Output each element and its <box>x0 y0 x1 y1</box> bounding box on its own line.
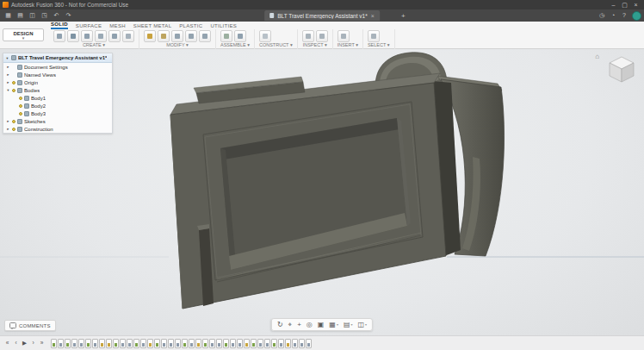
visibility-bulb-icon[interactable] <box>19 112 22 116</box>
visibility-bulb-icon[interactable] <box>12 120 15 123</box>
comments-button[interactable]: COMMENTS <box>4 320 56 331</box>
save-icon[interactable]: ◫ <box>27 10 38 21</box>
ribbon-tab-sheet-metal[interactable]: SHEET METAL <box>133 23 171 29</box>
construction-plane-icon[interactable] <box>259 30 271 42</box>
measure-icon[interactable] <box>302 30 314 42</box>
viewports-icon[interactable]: ◫▾ <box>358 322 368 328</box>
sweep-icon[interactable] <box>95 30 107 42</box>
hole-icon[interactable] <box>122 30 134 42</box>
browser-item-origin[interactable]: ▸Origin <box>3 78 112 86</box>
timeline-feature-extrude[interactable] <box>120 339 126 348</box>
maximize-button[interactable]: ▢ <box>619 0 630 9</box>
timeline-feature-sketch[interactable] <box>271 339 277 348</box>
timeline-feature-extrude[interactable] <box>140 339 146 348</box>
joint-icon[interactable] <box>234 30 246 42</box>
document-tab[interactable]: BLT Travel Emergency Assistant v1* × <box>264 10 380 21</box>
browser-item-sketches[interactable]: ▸Sketches <box>3 117 112 125</box>
timeline-feature-fillet[interactable] <box>99 339 105 348</box>
close-button[interactable]: × <box>630 0 641 9</box>
job-status-icon[interactable]: ◷ <box>598 12 606 19</box>
timeline-play-button[interactable]: ▶ <box>21 340 28 347</box>
select-icon[interactable] <box>368 30 380 42</box>
timeline-feature-extrude[interactable] <box>127 339 133 348</box>
shell-icon[interactable] <box>171 30 183 42</box>
timeline-feature-extrude[interactable] <box>175 339 181 348</box>
press-pull-icon[interactable] <box>144 30 156 42</box>
timeline-go-to-end-button[interactable]: » <box>38 340 46 347</box>
tab-close-icon[interactable]: × <box>371 13 375 19</box>
timeline-feature-fillet[interactable] <box>195 339 201 348</box>
new-solid-icon[interactable] <box>53 30 65 42</box>
timeline-step-forward-button[interactable]: › <box>29 340 37 347</box>
visibility-bulb-icon[interactable] <box>12 81 15 84</box>
timeline-feature-extrude[interactable] <box>299 339 305 348</box>
timeline-feature-extrude[interactable] <box>209 339 215 348</box>
timeline-feature-extrude[interactable] <box>161 339 167 348</box>
timeline-feature-extrude[interactable] <box>189 339 195 348</box>
timeline-feature-sketch[interactable] <box>202 339 208 348</box>
timeline-go-to-start-button[interactable]: « <box>3 340 11 347</box>
view-cube[interactable] <box>603 52 641 86</box>
timeline-feature-extrude[interactable] <box>306 339 312 348</box>
expand-arrow-icon[interactable]: ▾ <box>6 88 10 92</box>
timeline-feature-sketch[interactable] <box>113 339 119 348</box>
grid-and-snaps-icon[interactable]: ▤▾ <box>344 322 353 328</box>
browser-item-construction[interactable]: ▸Construction <box>3 125 112 133</box>
timeline-feature-sketch[interactable] <box>154 339 160 348</box>
timeline-feature-extrude[interactable] <box>237 339 243 348</box>
expand-arrow-icon[interactable]: ▾ <box>5 56 9 60</box>
orbit-icon[interactable]: ↻ <box>277 322 283 328</box>
timeline-feature-sketch[interactable] <box>251 339 257 348</box>
timeline-feature-sketch[interactable] <box>133 339 139 348</box>
timeline-feature-fillet[interactable] <box>285 339 291 348</box>
ribbon-tab-solid[interactable]: SOLID <box>51 22 68 29</box>
section-analysis-icon[interactable] <box>316 30 328 42</box>
browser-root-item[interactable]: ▾ BLT Travel Emergency Assistant v1* <box>3 53 112 63</box>
timeline-feature-extrude[interactable] <box>230 339 236 348</box>
extrude-icon[interactable] <box>67 30 79 42</box>
ribbon-tab-surface[interactable]: SURFACE <box>76 23 102 29</box>
browser-item-body3[interactable]: Body3 <box>3 109 112 117</box>
timeline-feature-extrude[interactable] <box>71 339 77 348</box>
expand-arrow-icon[interactable]: ▸ <box>6 72 10 77</box>
timeline-step-back-button[interactable]: ‹ <box>12 340 20 347</box>
viewport-canvas[interactable]: ▾ BLT Travel Emergency Assistant v1* ▸Do… <box>0 49 644 335</box>
fit-icon[interactable]: ▣ <box>318 322 325 328</box>
browser-item-bodies[interactable]: ▾Bodies <box>3 86 112 94</box>
timeline-feature-extrude[interactable] <box>58 339 64 348</box>
timeline-feature-extrude[interactable] <box>257 339 263 348</box>
workspace-selector[interactable]: DESIGN ▾ <box>3 28 44 41</box>
insert-mesh-icon[interactable] <box>337 30 350 42</box>
expand-arrow-icon[interactable]: ▸ <box>6 80 10 84</box>
visibility-bulb-icon[interactable] <box>19 104 22 108</box>
zoom-icon[interactable]: ◎ <box>307 322 313 328</box>
browser-item-document-settings[interactable]: ▸Document Settings <box>3 63 112 71</box>
timeline-feature-extrude[interactable] <box>168 339 174 348</box>
browser-item-body2[interactable]: Body2 <box>3 102 112 109</box>
notifications-icon[interactable]: ◔ <box>609 12 617 19</box>
fillet-icon[interactable] <box>158 30 170 42</box>
split-body-icon[interactable] <box>199 30 211 42</box>
timeline-feature-fillet[interactable] <box>147 339 153 348</box>
home-view-icon[interactable]: ⌂ <box>595 53 599 60</box>
combine-icon[interactable] <box>185 30 197 42</box>
pan-icon[interactable]: + <box>297 322 301 328</box>
timeline-feature-extrude[interactable] <box>216 339 222 348</box>
expand-arrow-icon[interactable]: ▸ <box>6 65 10 69</box>
display-settings-icon[interactable]: ▦▾ <box>329 322 338 328</box>
file-menu-icon[interactable]: ▤ <box>15 10 26 21</box>
new-component-icon[interactable] <box>220 30 232 42</box>
expand-arrow-icon[interactable]: ▸ <box>6 119 10 123</box>
new-tab-button[interactable]: + <box>401 12 406 20</box>
help-icon[interactable]: ? <box>620 12 629 19</box>
browser-item-named-views[interactable]: ▸Named Views <box>3 71 112 78</box>
browser-item-body1[interactable]: Body1 <box>3 94 112 102</box>
look-at-icon[interactable]: ⌖ <box>288 322 293 328</box>
timeline-feature-sketch[interactable] <box>182 339 188 348</box>
timeline-feature-sketch[interactable] <box>223 339 229 348</box>
data-panel-icon[interactable]: ▦ <box>3 10 14 21</box>
ribbon-tab-plastic[interactable]: PLASTIC <box>179 23 202 29</box>
visibility-bulb-icon[interactable] <box>12 89 15 92</box>
ribbon-tab-mesh[interactable]: MESH <box>109 23 126 29</box>
avatar[interactable] <box>632 11 641 21</box>
